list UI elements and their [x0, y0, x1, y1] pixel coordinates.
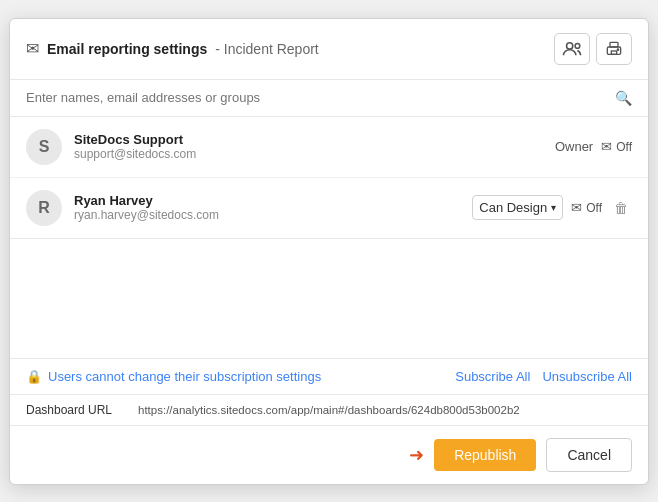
email-toggle-sitedocs[interactable]: ✉ Off [601, 139, 632, 154]
user-email-ryan: ryan.harvey@sitedocs.com [74, 208, 460, 222]
modal-title: Email reporting settings [47, 41, 207, 57]
republish-label: Republish [454, 447, 516, 463]
email-icon: ✉ [26, 39, 39, 58]
delete-button-ryan[interactable]: 🗑 [610, 198, 632, 218]
lock-icon: 🔒 [26, 369, 42, 384]
email-toggle-label-sitedocs: Off [616, 140, 632, 154]
avatar-sitedocs: S [26, 129, 62, 165]
user-info-sitedocs: SiteDocs Support support@sitedocs.com [74, 132, 543, 161]
republish-button[interactable]: Republish [434, 439, 536, 471]
search-area: 🔍 [10, 80, 648, 117]
cancel-button[interactable]: Cancel [546, 438, 632, 472]
svg-point-0 [567, 42, 573, 48]
email-toggle-ryan[interactable]: ✉ Off [571, 200, 602, 215]
cancel-label: Cancel [567, 447, 611, 463]
role-dropdown-ryan[interactable]: Can Design ▾ [472, 195, 563, 220]
svg-rect-3 [611, 51, 616, 54]
avatar-ryan: R [26, 190, 62, 226]
header-left: ✉ Email reporting settings - Incident Re… [26, 39, 319, 58]
footer-links: 🔒 Users cannot change their subscription… [10, 359, 648, 395]
user-actions-sitedocs: Owner ✉ Off [555, 139, 632, 154]
url-label: Dashboard URL [26, 403, 126, 417]
chevron-down-icon-ryan: ▾ [551, 202, 556, 213]
envelope-icon-sitedocs: ✉ [601, 139, 612, 154]
role-dropdown-label-ryan: Can Design [479, 200, 547, 215]
unsubscribe-all-link[interactable]: Unsubscribe All [542, 369, 632, 384]
modal-header: ✉ Email reporting settings - Incident Re… [10, 19, 648, 80]
svg-point-1 [575, 43, 580, 48]
empty-space [10, 239, 648, 359]
modal-subtitle: - Incident Report [215, 41, 319, 57]
user-name-ryan: Ryan Harvey [74, 193, 460, 208]
search-input[interactable] [26, 90, 607, 105]
user-email-sitedocs: support@sitedocs.com [74, 147, 543, 161]
email-reporting-modal: ✉ Email reporting settings - Incident Re… [9, 18, 649, 485]
people-button[interactable] [554, 33, 590, 65]
url-value: https://analytics.sitedocs.com/app/main#… [138, 404, 520, 416]
subscribe-all-link[interactable]: Subscribe All [455, 369, 530, 384]
print-button[interactable] [596, 33, 632, 65]
user-actions-ryan: Can Design ▾ ✉ Off 🗑 [472, 195, 632, 220]
subscription-toggle[interactable]: 🔒 Users cannot change their subscription… [26, 369, 321, 384]
role-label-sitedocs: Owner [555, 139, 593, 154]
subscription-text: Users cannot change their subscription s… [48, 369, 321, 384]
user-name-sitedocs: SiteDocs Support [74, 132, 543, 147]
svg-point-4 [617, 49, 618, 50]
user-list: S SiteDocs Support support@sitedocs.com … [10, 117, 648, 239]
user-item-sitedocs: S SiteDocs Support support@sitedocs.com … [10, 117, 648, 178]
user-info-ryan: Ryan Harvey ryan.harvey@sitedocs.com [74, 193, 460, 222]
arrow-icon: ➜ [409, 444, 424, 466]
header-actions [554, 33, 632, 65]
subscribe-actions: Subscribe All Unsubscribe All [455, 369, 632, 384]
svg-rect-2 [610, 42, 618, 47]
user-item-ryan: R Ryan Harvey ryan.harvey@sitedocs.com C… [10, 178, 648, 238]
envelope-icon-ryan: ✉ [571, 200, 582, 215]
modal-footer: ➜ Republish Cancel [10, 426, 648, 484]
email-toggle-label-ryan: Off [586, 201, 602, 215]
url-row: Dashboard URL https://analytics.sitedocs… [10, 395, 648, 426]
search-icon: 🔍 [615, 90, 632, 106]
